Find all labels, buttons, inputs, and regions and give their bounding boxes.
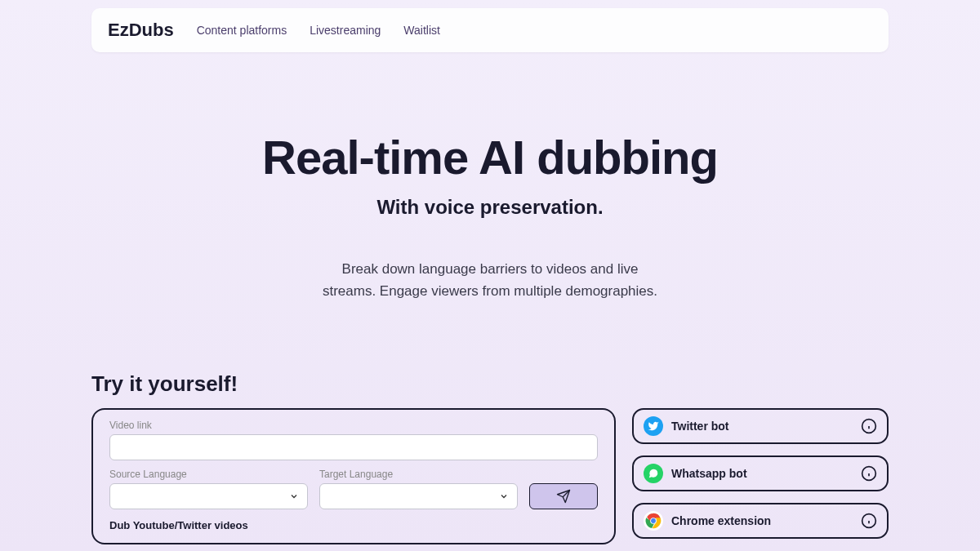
navbar: EzDubs Content platforms Livestreaming W…: [91, 8, 889, 52]
chrome-extension-card[interactable]: Chrome extension: [632, 503, 889, 539]
brand-logo[interactable]: EzDubs: [108, 20, 174, 41]
try-section: Try it yourself! Video link Source Langu…: [91, 371, 889, 544]
chrome-icon: [644, 511, 663, 531]
info-icon[interactable]: [861, 418, 877, 434]
whatsapp-bot-card[interactable]: Whatsapp bot: [632, 455, 889, 491]
twitter-bot-card[interactable]: Twitter bot: [632, 408, 889, 444]
source-language-select[interactable]: [109, 483, 308, 509]
whatsapp-bot-label: Whatsapp bot: [671, 467, 853, 480]
target-language-label: Target Language: [319, 469, 518, 480]
try-row: Video link Source Language Target Langua…: [91, 408, 889, 544]
whatsapp-icon: [644, 464, 663, 483]
try-heading: Try it yourself!: [91, 371, 889, 397]
submit-button[interactable]: [529, 483, 598, 509]
form-caption: Dub Youtube/Twitter videos: [109, 519, 598, 531]
twitter-bot-label: Twitter bot: [671, 420, 853, 433]
hero-desc-line1: Break down language barriers to videos a…: [0, 258, 980, 280]
chevron-down-icon: [289, 491, 299, 501]
nav-livestreaming[interactable]: Livestreaming: [310, 24, 381, 37]
target-language-group: Target Language: [319, 469, 518, 509]
send-icon: [556, 489, 571, 504]
twitter-icon: [644, 416, 663, 436]
info-icon[interactable]: [861, 465, 877, 482]
hero-desc-line2: streams. Engage viewers from multiple de…: [0, 280, 980, 302]
chrome-extension-label: Chrome extension: [671, 514, 853, 527]
language-row: Source Language Target Language: [109, 469, 598, 509]
info-icon[interactable]: [861, 513, 877, 529]
nav-content-platforms[interactable]: Content platforms: [197, 24, 287, 37]
target-language-select[interactable]: [319, 483, 518, 509]
svg-point-11: [651, 518, 656, 523]
hero-section: Real-time AI dubbing With voice preserva…: [0, 130, 980, 302]
hero-subtitle: With voice preservation.: [0, 196, 980, 219]
video-link-label: Video link: [109, 420, 598, 431]
dub-form-card: Video link Source Language Target Langua…: [91, 408, 616, 544]
nav-waitlist[interactable]: Waitlist: [403, 24, 440, 37]
chevron-down-icon: [499, 491, 509, 501]
hero-description: Break down language barriers to videos a…: [0, 258, 980, 302]
video-link-input[interactable]: [109, 434, 598, 460]
source-language-label: Source Language: [109, 469, 308, 480]
hero-title: Real-time AI dubbing: [0, 130, 980, 184]
integration-cards: Twitter bot Whatsapp bot Chrome extensio…: [632, 408, 889, 544]
source-language-group: Source Language: [109, 469, 308, 509]
